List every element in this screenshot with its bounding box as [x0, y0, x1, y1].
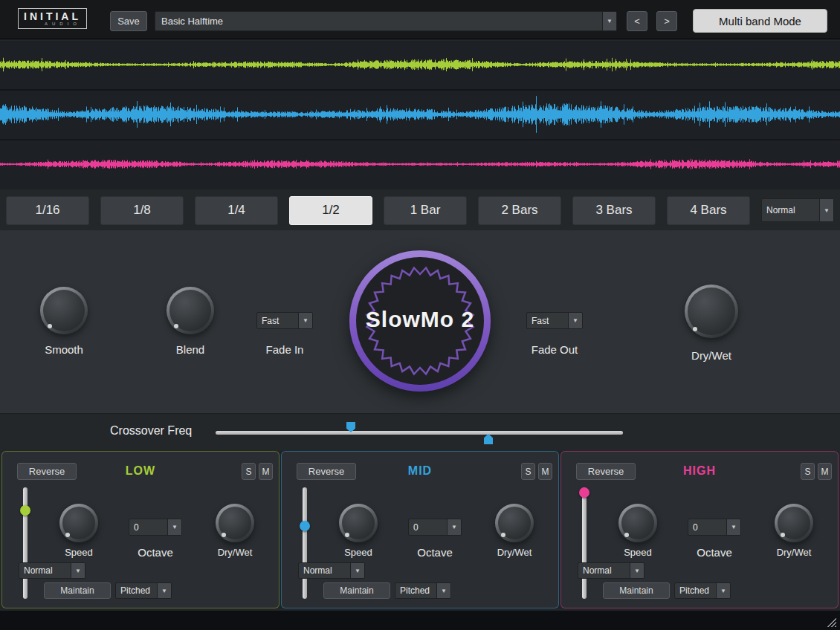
smooth-label: Smooth [27, 343, 101, 356]
band-volume-handle[interactable] [20, 505, 30, 516]
mute-button[interactable]: M [259, 463, 273, 480]
band-panel-high: Reverse HIGH S M Speed 0 ▼ Octave Dry/We… [560, 451, 839, 608]
division-mode-value: Normal [762, 205, 819, 215]
division-button-1-bar[interactable]: 1 Bar [384, 196, 467, 225]
chevron-down-icon: ▼ [568, 313, 582, 328]
pitch-mode-select[interactable]: Pitched ▼ [674, 582, 731, 599]
slowmo2-plugin-window: INITIAL AUDIO Save Basic Halftime ▼ < > … [0, 0, 840, 630]
main-drywet-label: Dry/Wet [674, 349, 749, 362]
chevron-down-icon: ▼ [350, 563, 364, 578]
blend-label: Blend [153, 343, 227, 356]
chevron-down-icon: ▼ [630, 563, 644, 578]
solo-button[interactable]: S [521, 463, 535, 480]
band-volume-slider[interactable] [579, 487, 589, 599]
mute-button[interactable]: M [818, 463, 832, 480]
preset-select[interactable]: Basic Halftime ▼ [155, 11, 617, 31]
speed-label: Speed [607, 547, 669, 558]
plugin-title: SlowMo 2 [356, 307, 484, 332]
band-volume-slider[interactable] [300, 487, 310, 599]
octave-value: 0 [409, 522, 447, 533]
reverse-button[interactable]: Reverse [17, 463, 77, 480]
octave-select[interactable]: 0 ▼ [129, 519, 182, 536]
maintain-button[interactable]: Maintain [44, 582, 111, 599]
division-button-1-8[interactable]: 1/8 [100, 196, 184, 225]
mute-button[interactable]: M [538, 463, 552, 480]
solo-button[interactable]: S [801, 463, 815, 480]
band-mode-select[interactable]: Normal ▼ [298, 562, 365, 579]
band-drywet-label: Dry/Wet [208, 547, 262, 558]
resize-grip[interactable] [825, 616, 836, 627]
crossover-mid-high-handle[interactable] [484, 434, 493, 444]
pitch-mode-select[interactable]: Pitched ▼ [115, 582, 172, 599]
band-volume-handle[interactable] [300, 521, 310, 531]
band-volume-track[interactable] [23, 487, 28, 599]
band-volume-slider[interactable] [20, 487, 30, 599]
octave-label: Octave [399, 546, 471, 559]
octave-value: 0 [688, 522, 726, 533]
fade-in-value: Fast [257, 316, 298, 326]
band-mode-select[interactable]: Normal ▼ [19, 562, 85, 579]
crossover-slider-track[interactable] [216, 431, 623, 435]
chevron-down-icon: ▼ [447, 519, 461, 535]
band-volume-handle[interactable] [579, 487, 589, 498]
chevron-down-icon: ▼ [716, 583, 730, 598]
speed-knob[interactable] [59, 504, 98, 542]
pitch-mode-select[interactable]: Pitched ▼ [395, 582, 451, 599]
octave-select[interactable]: 0 ▼ [408, 519, 462, 536]
maintain-button[interactable]: Maintain [603, 582, 670, 599]
maintain-button[interactable]: Maintain [323, 582, 390, 599]
pitch-mode-value: Pitched [675, 585, 716, 596]
band-drywet-knob[interactable] [495, 504, 534, 542]
chevron-down-icon: ▼ [602, 12, 616, 30]
speed-knob[interactable] [618, 504, 657, 542]
band-panel-mid: Reverse MID S M Speed 0 ▼ Octave Dry/Wet… [281, 451, 559, 608]
band-panels: Reverse LOW S M Speed 0 ▼ Octave Dry/Wet… [1, 451, 839, 608]
preset-next-button[interactable]: > [656, 11, 677, 31]
chevron-down-icon: ▼ [436, 583, 450, 598]
chevron-down-icon: ▼ [726, 519, 740, 535]
chevron-down-icon: ▼ [71, 563, 85, 578]
main-drywet-knob[interactable] [685, 285, 738, 338]
speed-label: Speed [48, 547, 110, 558]
fade-in-label: Fade In [256, 343, 313, 356]
preset-value: Basic Halftime [155, 16, 602, 27]
save-button[interactable]: Save [110, 11, 147, 31]
pitch-mode-value: Pitched [116, 585, 157, 596]
solo-button[interactable]: S [242, 463, 256, 480]
band-drywet-knob[interactable] [775, 504, 813, 542]
fade-out-select[interactable]: Fast ▼ [526, 312, 583, 329]
division-button-3-bars[interactable]: 3 Bars [572, 196, 656, 225]
crossover-section: Crossover Freq [0, 413, 840, 451]
crossover-label: Crossover Freq [110, 424, 192, 438]
division-mode-select[interactable]: Normal ▼ [761, 198, 834, 222]
speed-label: Speed [327, 547, 390, 558]
band-volume-track[interactable] [582, 487, 587, 599]
division-button-1-4[interactable]: 1/4 [195, 196, 278, 225]
smooth-knob[interactable] [40, 287, 88, 334]
division-button-1-2[interactable]: 1/2 [289, 196, 372, 225]
band-drywet-label: Dry/Wet [767, 547, 821, 558]
division-button-2-bars[interactable]: 2 Bars [478, 196, 561, 225]
band-mode-select[interactable]: Normal ▼ [578, 562, 644, 579]
division-button-4-bars[interactable]: 4 Bars [667, 196, 750, 225]
reverse-button[interactable]: Reverse [576, 463, 636, 480]
fade-in-select[interactable]: Fast ▼ [256, 312, 313, 329]
division-button-1-16[interactable]: 1/16 [6, 196, 89, 225]
multiband-mode-button[interactable]: Multi band Mode [693, 9, 827, 33]
chevron-down-icon: ▼ [157, 583, 171, 598]
initial-audio-logo: INITIAL AUDIO [18, 8, 87, 29]
chevron-down-icon: ▼ [819, 199, 833, 221]
speed-knob[interactable] [339, 504, 378, 542]
band-mode-value: Normal [299, 565, 350, 576]
band-volume-track[interactable] [303, 487, 307, 599]
slowmo-logo-inner: SlowMo 2 [356, 257, 484, 385]
preset-prev-button[interactable]: < [627, 11, 647, 31]
band-drywet-knob[interactable] [216, 504, 254, 542]
band-mode-value: Normal [578, 565, 630, 576]
logo-text: INITIAL [24, 11, 81, 22]
division-buttons-row: 1/16 1/8 1/4 1/2 1 Bar 2 Bars 3 Bars 4 B… [6, 195, 834, 225]
band-panel-low: Reverse LOW S M Speed 0 ▼ Octave Dry/Wet… [1, 451, 280, 608]
reverse-button[interactable]: Reverse [297, 463, 356, 480]
blend-knob[interactable] [167, 287, 214, 334]
octave-select[interactable]: 0 ▼ [688, 519, 741, 536]
